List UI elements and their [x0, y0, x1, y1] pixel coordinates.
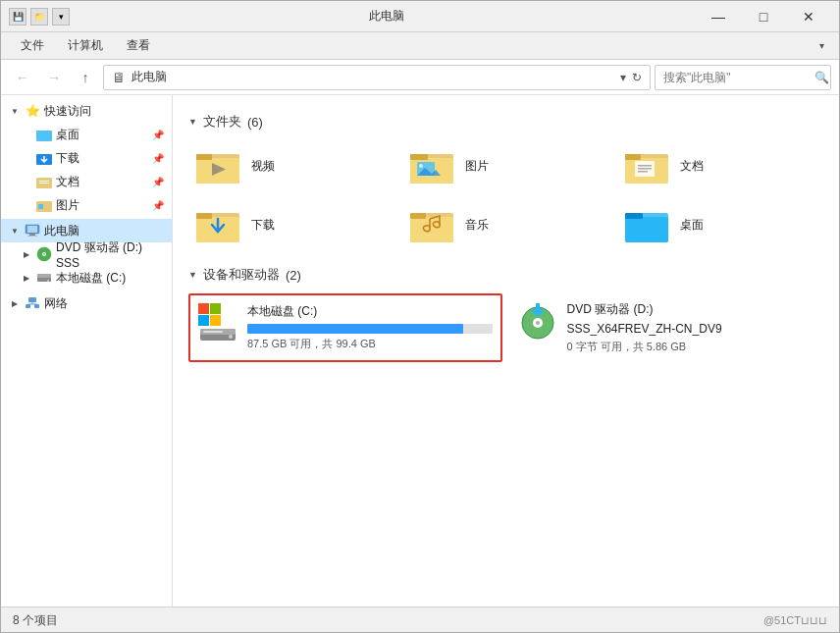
folder-desktop-label: 桌面 — [680, 217, 704, 234]
search-input[interactable] — [663, 71, 811, 84]
quick-access-expand-icon: ▼ — [9, 107, 21, 116]
folder-desktop-icon — [625, 205, 672, 244]
sidebar-downloads-label: 下载 — [56, 150, 148, 167]
window-controls: — □ ✕ — [696, 1, 831, 32]
svg-rect-49 — [625, 217, 668, 242]
pictures-pin-icon: 📌 — [152, 200, 164, 211]
back-button[interactable]: ← — [9, 64, 36, 91]
this-pc-section: ▼ 此电脑 ▶ — [1, 219, 172, 290]
ribbon-collapse-icon[interactable]: ▾ — [812, 36, 831, 56]
sidebar-item-network[interactable]: ▶ 网络 — [1, 291, 172, 315]
dvd-name-line2: SSS_X64FREV_ZH-CN_DV9 — [567, 322, 816, 336]
status-count: 8 个项目 — [13, 612, 58, 629]
svg-rect-18 — [28, 297, 36, 302]
local-disk-name: 本地磁盘 (C:) — [247, 303, 493, 320]
svg-point-57 — [229, 335, 233, 339]
maximize-button[interactable]: □ — [741, 1, 786, 32]
sidebar-desktop-label: 桌面 — [56, 127, 148, 143]
status-bar: 8 个项目 @51CT⊔⊔⊔ — [1, 607, 839, 633]
folder-music-label: 音乐 — [465, 217, 489, 234]
folder-video-label: 视频 — [251, 158, 275, 175]
main-layout: ▼ ⭐ 快速访问 桌面 📌 下载 📌 — [1, 95, 839, 607]
folder-item-pictures[interactable]: 图片 — [402, 140, 608, 191]
devices-section-arrow: ▼ — [188, 270, 197, 280]
dvd-icon — [36, 246, 52, 262]
title-bar: 💾 📁 ▾ 此电脑 — □ ✕ — [1, 1, 839, 32]
device-item-dvd[interactable]: DVD 驱动器 (D:) SSS_X64FREV_ZH-CN_DV9 0 字节 … — [510, 293, 824, 362]
dvd-size: 0 字节 可用，共 5.86 GB — [567, 340, 816, 354]
folder-item-documents[interactable]: 文档 — [617, 140, 823, 191]
svg-rect-47 — [410, 213, 426, 219]
svg-rect-53 — [198, 315, 209, 326]
folder-downloads-icon — [196, 205, 243, 244]
this-pc-icon — [25, 223, 40, 238]
sidebar-item-desktop[interactable]: 桌面 📌 — [1, 123, 172, 146]
svg-point-32 — [419, 164, 423, 168]
sidebar-item-quick-access[interactable]: ▼ ⭐ 快速访问 — [1, 99, 172, 123]
app-icon-save: 💾 — [9, 8, 26, 26]
ribbon-tab-file[interactable]: 文件 — [9, 33, 56, 58]
quick-access-section: ▼ ⭐ 快速访问 桌面 📌 下载 📌 — [1, 99, 172, 217]
ribbon-tab-computer[interactable]: 计算机 — [56, 33, 115, 58]
search-bar[interactable]: 🔍 — [655, 65, 831, 90]
sidebar-item-pictures[interactable]: 图片 📌 — [1, 193, 172, 217]
ribbon-tab-view[interactable]: 查看 — [115, 33, 162, 58]
svg-rect-10 — [29, 234, 35, 236]
svg-rect-19 — [26, 304, 30, 308]
dvd-name-line1: DVD 驱动器 (D:) — [567, 301, 816, 318]
svg-rect-39 — [638, 168, 652, 170]
address-bar-computer-icon: 🖥 — [112, 70, 126, 85]
svg-rect-41 — [625, 154, 641, 160]
ribbon-menu: 文件 计算机 查看 ▾ — [1, 32, 839, 60]
downloads-folder-icon — [36, 150, 52, 166]
search-icon[interactable]: 🔍 — [814, 71, 829, 84]
devices-section-header: ▼ 设备和驱动器 (2) — [188, 266, 823, 284]
svg-rect-28 — [196, 154, 212, 160]
app-icon-dropdown[interactable]: ▾ — [52, 8, 70, 26]
local-disk-expand-icon: ▶ — [21, 274, 32, 283]
quick-access-icon: ⭐ — [25, 103, 40, 119]
window-title: 此电脑 — [78, 8, 696, 25]
device-item-local-disk[interactable]: 本地磁盘 (C:) 87.5 GB 可用，共 99.4 GB — [188, 293, 502, 362]
folder-pictures-label: 图片 — [465, 158, 489, 175]
folder-item-video[interactable]: 视频 — [188, 140, 394, 191]
forward-button[interactable]: → — [40, 64, 68, 91]
address-bar-refresh-icon[interactable]: ↻ — [632, 71, 642, 84]
local-disk-device-icon — [198, 303, 237, 343]
sidebar-network-label: 网络 — [44, 295, 164, 312]
minimize-button[interactable]: — — [696, 1, 741, 32]
close-button[interactable]: ✕ — [786, 1, 831, 32]
sidebar-item-dvd[interactable]: ▶ DVD 驱动器 (D:) SSS — [1, 242, 172, 266]
address-bar[interactable]: 🖥 此电脑 ▾ ↻ — [103, 65, 651, 90]
folder-item-music[interactable]: 音乐 — [402, 199, 608, 250]
folder-pictures-icon — [410, 146, 457, 185]
address-bar-dropdown-icon[interactable]: ▾ — [620, 71, 626, 84]
svg-rect-7 — [38, 204, 43, 209]
folders-section-arrow: ▼ — [188, 117, 197, 127]
this-pc-expand-icon: ▼ — [9, 227, 21, 236]
up-button[interactable]: ↑ — [72, 64, 99, 91]
svg-rect-50 — [625, 213, 643, 219]
sidebar-item-downloads[interactable]: 下载 📌 — [1, 146, 172, 170]
svg-rect-11 — [27, 236, 37, 237]
local-disk-progress-container — [247, 324, 493, 334]
sidebar-pictures-label: 图片 — [56, 197, 148, 214]
svg-rect-9 — [27, 226, 37, 233]
quick-access-label: 快速访问 — [44, 103, 164, 120]
devices-grid: 本地磁盘 (C:) 87.5 GB 可用，共 99.4 GB — [188, 293, 823, 362]
folder-item-downloads[interactable]: 下载 — [188, 199, 394, 250]
desktop-folder-icon — [36, 127, 52, 142]
folder-item-desktop[interactable]: 桌面 — [617, 199, 823, 250]
downloads-pin-icon: 📌 — [152, 153, 164, 164]
svg-rect-16 — [37, 274, 51, 278]
sidebar-item-documents[interactable]: 文档 📌 — [1, 170, 172, 193]
sidebar-item-local-disk[interactable]: ▶ 本地磁盘 (C:) — [1, 266, 172, 290]
svg-rect-54 — [210, 315, 221, 326]
dvd-device-icon — [518, 301, 557, 341]
svg-rect-1 — [36, 131, 43, 133]
documents-folder-icon — [36, 174, 52, 189]
svg-rect-34 — [410, 154, 428, 160]
folders-section-header: ▼ 文件夹 (6) — [188, 113, 823, 131]
svg-rect-20 — [34, 304, 39, 308]
local-disk-progress-bar — [247, 324, 463, 334]
